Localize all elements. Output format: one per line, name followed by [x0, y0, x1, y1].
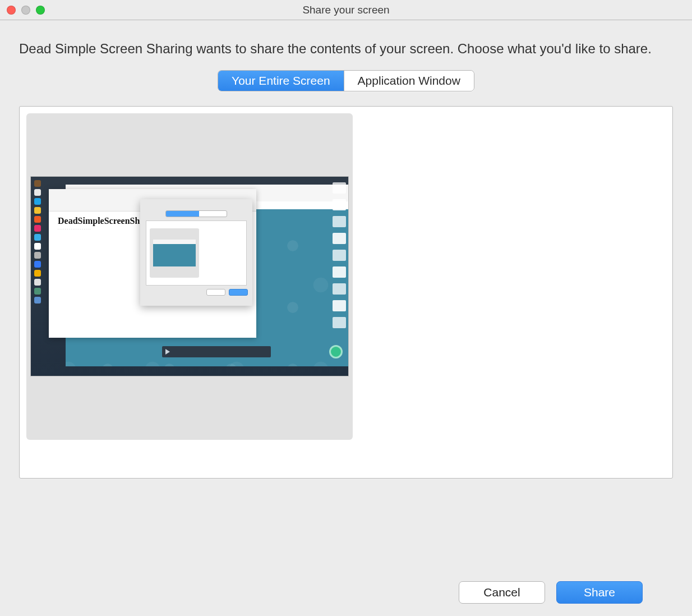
- desktop-preview-icon: DeadSimpleScreenShari · · · · · · · · · …: [31, 177, 348, 376]
- cancel-button[interactable]: Cancel: [459, 581, 545, 604]
- source-picker: DeadSimpleScreenShari · · · · · · · · · …: [19, 106, 673, 479]
- tab-application-window[interactable]: Application Window: [344, 71, 474, 91]
- video-player-bar-icon: [162, 346, 271, 357]
- dock-icon-strip: [32, 180, 43, 373]
- titlebar: Share your screen: [0, 0, 692, 20]
- share-prompt-text: Dead Simple Screen Sharing wants to shar…: [19, 39, 673, 59]
- window-title: Share your screen: [0, 4, 692, 16]
- desktop-files-column: [333, 182, 346, 370]
- share-button[interactable]: Share: [556, 581, 643, 604]
- tab-entire-screen[interactable]: Your Entire Screen: [218, 71, 344, 91]
- preview-nested-share-dialog: [140, 199, 252, 306]
- dialog-content: Dead Simple Screen Sharing wants to shar…: [0, 20, 692, 479]
- source-type-segmented: Your Entire Screen Application Window: [19, 70, 673, 91]
- screen-thumbnail-option[interactable]: DeadSimpleScreenShari · · · · · · · · · …: [26, 113, 353, 440]
- dialog-footer: Cancel Share: [459, 581, 643, 604]
